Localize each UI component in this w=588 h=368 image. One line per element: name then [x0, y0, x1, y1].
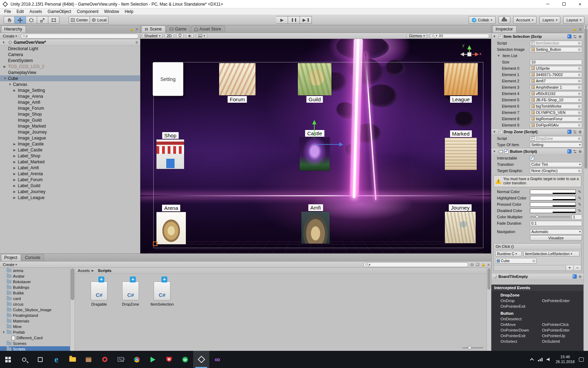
breadcrumb-assets[interactable]: Assets — [78, 268, 90, 273]
scene-image-marked[interactable] — [445, 138, 477, 170]
hierarchy-item-image_shop[interactable]: Image_Shop — [0, 111, 140, 117]
hierarchy-item-label_forum[interactable]: ▶Label_Forum — [0, 177, 140, 183]
help-icon[interactable]: ? — [567, 149, 572, 154]
scene-image-arena[interactable] — [156, 212, 186, 244]
project-folder-butikk[interactable]: Butikk — [0, 290, 70, 296]
edge-taskbar-button[interactable] — [48, 351, 64, 368]
tab-console[interactable]: Console — [22, 254, 44, 261]
script-object-field[interactable]: DropZone◎ — [530, 136, 582, 141]
foldout-open-icon[interactable]: ▼ — [497, 54, 502, 57]
play-button[interactable]: ▶ — [276, 16, 288, 24]
visual-studio-taskbar-button[interactable] — [209, 351, 225, 368]
gear-icon[interactable] — [578, 35, 582, 39]
hierarchy-item-label_castle[interactable]: ▶Label_Castle — [0, 147, 140, 153]
hierarchy-create-dropdown[interactable]: Create▾ — [1, 33, 19, 39]
element-value-field[interactable]: UISprite◎ — [530, 66, 582, 71]
lock-icon[interactable]: 🔒 — [481, 263, 485, 266]
project-folder-circus[interactable]: circus — [0, 301, 70, 307]
hierarchy-item-directional light[interactable]: Directional Light — [0, 46, 140, 52]
object-picker-icon[interactable]: ◎ — [578, 117, 581, 121]
tab-project[interactable]: Project — [1, 254, 21, 261]
object-picker-icon[interactable]: ◎ — [578, 169, 581, 172]
color-multiplier-field[interactable]: 1 — [572, 214, 582, 220]
search-by-label-icon[interactable]: ❏ — [476, 262, 479, 267]
hierarchy-item-canvas[interactable]: ▼Canvas — [0, 81, 140, 87]
project-folder-scenes[interactable]: Scenes — [0, 341, 70, 346]
component-header-item-selection[interactable]: ▼ Item Selection (Scrip ? — [491, 33, 583, 40]
eyedropper-icon[interactable]: ✎ — [577, 196, 582, 200]
list-size-field[interactable]: 10 — [530, 60, 582, 65]
event-function-dropdown[interactable]: ItemSelection.LeftSelection▾ — [523, 251, 580, 257]
foldout-open-icon[interactable]: ▼ — [493, 150, 497, 153]
interactable-checkbox[interactable] — [530, 156, 534, 160]
account-dropdown[interactable]: Account▾ — [513, 16, 537, 24]
project-asset-itemselection[interactable]: +ItemSelection — [150, 281, 174, 306]
layers-dropdown[interactable]: Layers▾ — [539, 16, 561, 24]
hierarchy-item-image_forum[interactable]: Image_Forum — [0, 105, 140, 111]
tab-game[interactable]: Game — [166, 26, 190, 33]
type-of-item-dropdown[interactable]: Setting▾ — [530, 142, 582, 148]
object-picker-icon[interactable]: ◎ — [578, 73, 581, 76]
remove-event-button[interactable]: − — [573, 265, 581, 271]
project-asset-dropzone[interactable]: +DropZone — [119, 281, 142, 306]
object-picker-icon[interactable]: ◎ — [578, 123, 581, 127]
menu-gameobject[interactable]: GameObject — [45, 9, 74, 14]
help-icon[interactable]: ? — [567, 130, 572, 134]
element-value-field[interactable]: Amfi7◎ — [530, 79, 582, 84]
element-value-field[interactable]: vf50c81192◎ — [530, 91, 582, 96]
object-picker-icon[interactable]: ◎ — [578, 137, 581, 140]
project-search-input[interactable]: ▾ — [363, 262, 468, 267]
project-tree-scrollbar[interactable] — [70, 268, 75, 351]
eyedropper-icon[interactable]: ✎ — [577, 209, 582, 213]
opera-taskbar-button[interactable] — [97, 351, 113, 368]
element-value-field[interactable]: JB-FE-Shop_10◎ — [530, 97, 582, 103]
volume-icon[interactable] — [547, 357, 552, 361]
move-tool-button[interactable] — [15, 16, 26, 24]
chrome-taskbar-button[interactable] — [129, 351, 145, 368]
lock-icon[interactable]: 🔒 — [130, 27, 133, 31]
runtime-mode-dropdown[interactable]: Runtime C▾ — [495, 251, 522, 257]
hierarchy-search-input[interactable]: ▾ — [21, 34, 139, 39]
foldout-open-icon[interactable]: ▼ — [2, 41, 7, 44]
project-folder-materials[interactable]: Materials — [0, 318, 70, 324]
scale-tool-button[interactable] — [37, 16, 48, 24]
action-center-icon[interactable] — [579, 357, 584, 362]
foldout-open-icon[interactable]: ▼ — [8, 83, 13, 86]
gizmos-dropdown[interactable]: Gizmos▾ — [407, 33, 427, 38]
event-target-object-field[interactable]: Cube◎ — [495, 258, 537, 264]
hierarchy-item-image_marked[interactable]: Image_Marked — [0, 123, 140, 129]
lock-icon[interactable]: 🔒 — [573, 27, 577, 31]
menu-file[interactable]: File — [1, 9, 14, 14]
project-folder-avatar[interactable]: Avatar — [0, 273, 70, 279]
project-asset-dragable[interactable]: +Dragable — [88, 281, 111, 306]
gizmo-back-cone-icon[interactable] — [460, 52, 464, 56]
scene-image-guild[interactable] — [298, 63, 331, 95]
project-folder-arena[interactable]: arena — [0, 268, 70, 273]
color-swatch[interactable] — [530, 209, 576, 213]
foldout-closed-icon[interactable]: ▶ — [13, 154, 18, 158]
object-picker-icon[interactable]: ◎ — [578, 41, 581, 45]
project-create-dropdown[interactable]: Create▾ — [1, 262, 19, 267]
scene-image-league[interactable] — [444, 63, 478, 95]
cloud-button[interactable] — [498, 16, 510, 24]
rect-tool-button[interactable] — [48, 16, 59, 24]
preset-icon[interactable] — [573, 35, 577, 39]
project-folder-scripts[interactable]: Scripts — [0, 346, 70, 351]
foldout-closed-icon[interactable]: ▶ — [13, 89, 18, 92]
hierarchy-item-gameplayview[interactable]: GameplayView — [0, 69, 140, 75]
gear-icon[interactable] — [578, 150, 582, 154]
color-swatch[interactable] — [530, 202, 576, 207]
task-view-taskbar-button[interactable] — [32, 351, 48, 368]
hierarchy-item-image_amfi[interactable]: Image_Amfi — [0, 99, 140, 105]
unity-taskbar-button[interactable] — [193, 351, 209, 368]
scene-search-input[interactable]: ▾All — [430, 34, 489, 38]
object-picker-icon[interactable]: ◎ — [578, 111, 581, 114]
help-icon[interactable]: ? — [573, 274, 577, 279]
object-picker-icon[interactable]: ◎ — [578, 98, 581, 102]
tab-asset-store[interactable]: Asset Store — [191, 26, 225, 33]
object-picker-icon[interactable]: ◎ — [578, 67, 581, 70]
hand-tool-button[interactable] — [4, 16, 15, 24]
foldout-closed-icon[interactable]: ▶ — [13, 142, 18, 146]
maximize-button[interactable] — [556, 0, 572, 8]
hierarchy-item-label_amfi[interactable]: ▶Label_Amfi — [0, 165, 140, 171]
